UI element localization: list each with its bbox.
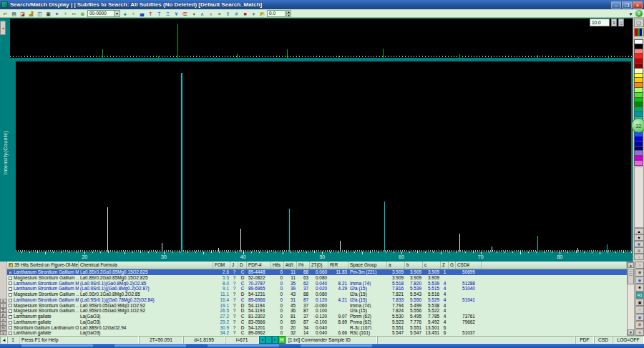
- delete-button[interactable]: ⊗: [635, 321, 644, 328]
- rail-scroll-down-icon[interactable]: ▼: [634, 234, 644, 241]
- table-header[interactable]: 39 Hits Sorted on Figure-Of-MeritChemica…: [7, 262, 627, 269]
- preview-button[interactable]: ◉: [635, 277, 644, 284]
- tile-view-icon[interactable]: ◫: [618, 19, 624, 26]
- table-row[interactable]: Lanthanum Strontium Gallium M...La0.8Sr0…: [7, 269, 627, 275]
- row-checkbox[interactable]: [9, 309, 12, 313]
- identify-button[interactable]: ●: [121, 10, 129, 17]
- palette-swatch[interactable]: [634, 74, 643, 79]
- restore-button[interactable]: ❐: [622, 1, 632, 9]
- table-row[interactable]: Lanthanum Strontium Gallium M...(La0.9Sr…: [7, 281, 627, 287]
- table-row[interactable]: Lanthanum gallateLa(GaO3)27.2?C81-230208…: [7, 314, 627, 319]
- table-row[interactable]: Lanthanum gallateLa(GaO3)34.2?C89-696203…: [7, 330, 627, 336]
- column-header-name[interactable]: 39 Hits Sorted on Figure-Of-Merit: [7, 262, 79, 269]
- overview-plot[interactable]: [10, 19, 633, 58]
- stick-patterns-button[interactable]: ‖: [224, 10, 232, 17]
- pdf-number-combo[interactable]: 00-0000 ▼: [87, 10, 120, 17]
- status-nav-button-0[interactable]: ◂: [259, 336, 265, 344]
- peak-down-button[interactable]: Ţ: [155, 10, 163, 17]
- palette-swatch[interactable]: [634, 136, 643, 141]
- windows-taskbar[interactable]: [0, 344, 644, 348]
- column-header-csd[interactable]: CSD#: [456, 262, 482, 269]
- contrast-button[interactable]: ◑: [190, 10, 197, 17]
- options-button[interactable]: ⊛: [79, 10, 87, 17]
- zoom-range-input[interactable]: [590, 19, 610, 26]
- palette-swatch[interactable]: [634, 88, 643, 93]
- toolbar-overflow-button[interactable]: ▾: [627, 10, 635, 17]
- help-button[interactable]: ?: [635, 10, 643, 17]
- print-button[interactable]: ▤: [10, 10, 18, 17]
- pan-button[interactable]: ✚: [634, 241, 644, 247]
- title-bar[interactable]: Search/Match Display | | Subfiles to Sea…: [0, 0, 644, 9]
- highlight-button[interactable]: ◩: [258, 10, 266, 17]
- row-checkbox[interactable]: [9, 304, 12, 307]
- pdf-database-button[interactable]: PDF: [575, 336, 594, 344]
- palette-swatch[interactable]: [634, 49, 643, 54]
- palette-swatch[interactable]: [634, 64, 643, 69]
- histogram-button[interactable]: ▅: [138, 10, 146, 17]
- column-header-fom[interactable]: FOM: [213, 262, 230, 269]
- stop-button[interactable]: ■: [635, 284, 644, 291]
- preview-2-button[interactable]: ◉: [635, 314, 644, 321]
- table-row[interactable]: Lanthanum gallateLa(GaO3)29.2?C83-056606…: [7, 319, 627, 325]
- indexing-button[interactable]: #: [233, 10, 240, 17]
- log-toggle-button[interactable]: LOG=OFF: [613, 336, 644, 344]
- row-checkbox[interactable]: [9, 321, 12, 324]
- column-header-rir[interactable]: RIR: [328, 262, 348, 269]
- report-button[interactable]: ◪: [19, 10, 26, 17]
- row-checkbox[interactable]: [9, 299, 12, 302]
- palette-swatch[interactable]: [634, 112, 643, 117]
- taskbar-button[interactable]: [114, 344, 186, 347]
- palette-swatch[interactable]: [634, 44, 643, 49]
- palette-swatch[interactable]: [634, 146, 643, 151]
- row-checkbox[interactable]: [9, 326, 12, 329]
- column-header-sg[interactable]: Space Group: [348, 262, 387, 269]
- record-button[interactable]: ■: [241, 10, 249, 17]
- divide-button[interactable]: ÷: [130, 10, 137, 17]
- scroll-down-icon[interactable]: ▼: [628, 329, 634, 335]
- column-header-z[interactable]: Z: [441, 262, 449, 269]
- column-header-formula[interactable]: Chemical Formula: [79, 262, 213, 269]
- taskbar-button[interactable]: [21, 344, 93, 347]
- apply-button[interactable]: ↵: [1, 10, 9, 17]
- taskbar-button[interactable]: [301, 344, 372, 347]
- palette-swatch[interactable]: [634, 69, 643, 74]
- row-checkbox[interactable]: [9, 293, 12, 297]
- column-header-ipct[interactable]: I%: [297, 262, 310, 269]
- export-button[interactable]: ▟: [27, 10, 35, 17]
- h-toggle-button[interactable]: H: [278, 336, 286, 344]
- grid-button[interactable]: ▣: [635, 299, 644, 306]
- scrollbar-thumb[interactable]: [628, 269, 634, 284]
- column-header-g[interactable]: G: [449, 262, 456, 269]
- csd-database-button[interactable]: CSD: [594, 336, 613, 344]
- palette-swatch[interactable]: [634, 102, 643, 107]
- table-row[interactable]: Lanthanum Strontium Gallium M...(La0.9Sr…: [7, 286, 627, 292]
- table-row[interactable]: Strontium Gallium Lanthanum O...La0.88Sr…: [7, 325, 627, 331]
- table-row[interactable]: Magnesium Strontium Gallium ...La0.8Sr0.…: [7, 275, 627, 281]
- background-profile-button[interactable]: ∧: [207, 10, 215, 17]
- row-height-button[interactable]: ↕: [635, 262, 644, 269]
- cut-button[interactable]: ✂: [70, 10, 78, 17]
- palette-swatch[interactable]: [634, 78, 643, 83]
- column-header-d[interactable]: D: [238, 262, 247, 269]
- palette-swatch[interactable]: [634, 98, 643, 103]
- column-header-pdf[interactable]: PDF-#: [247, 262, 271, 269]
- capture-button[interactable]: ▣: [44, 10, 52, 17]
- column-header-c[interactable]: c: [423, 262, 441, 269]
- minimize-button[interactable]: –: [611, 1, 621, 9]
- overlay-button[interactable]: Œ: [181, 10, 189, 17]
- peak-up-button[interactable]: Ŧ: [147, 10, 155, 17]
- column-header-a[interactable]: a: [387, 262, 405, 269]
- palette-swatch[interactable]: [634, 107, 643, 112]
- palette-swatch[interactable]: [634, 156, 643, 161]
- taskbar-button[interactable]: [208, 344, 279, 347]
- offset-spin-buttons[interactable]: ▲▼: [286, 10, 291, 17]
- scroll-up-icon[interactable]: ▲: [628, 262, 634, 268]
- move-up-button[interactable]: ↑: [634, 254, 644, 260]
- column-header-hits[interactable]: Hits: [271, 262, 284, 269]
- chevron-down-icon[interactable]: ▼: [114, 11, 119, 16]
- row-checkbox[interactable]: [9, 277, 12, 280]
- palette-swatch[interactable]: [634, 83, 643, 88]
- close-button[interactable]: ×: [633, 1, 643, 9]
- status-scroll-left[interactable]: ◂: [0, 336, 7, 344]
- row-checkbox[interactable]: [9, 282, 12, 285]
